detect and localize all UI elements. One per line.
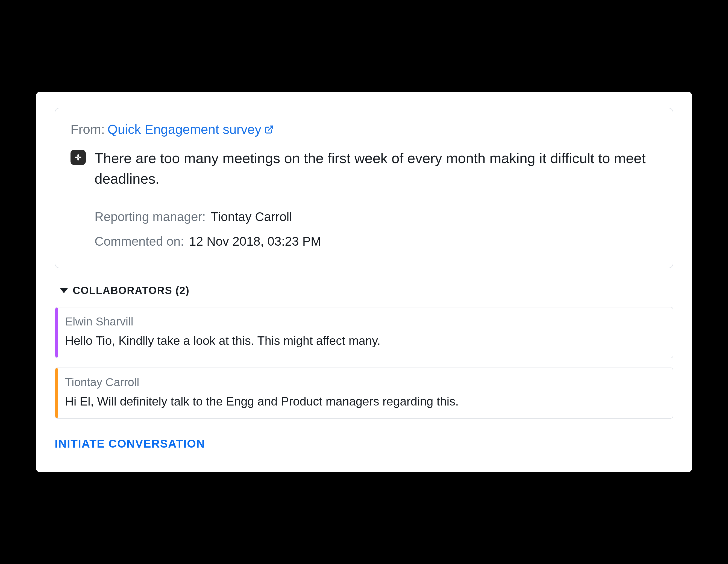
source-link-text: Quick Engagement survey: [107, 121, 261, 138]
svg-rect-2: [78, 157, 81, 158]
svg-rect-1: [75, 157, 78, 158]
reporting-manager-label: Reporting manager:: [95, 210, 206, 224]
svg-rect-4: [77, 158, 79, 160]
comment-text: Hi El, Will definitely talk to the Engg …: [65, 393, 663, 409]
caret-down-icon: [60, 288, 68, 293]
meta-block: Reporting manager: Tiontay Carroll Comme…: [71, 205, 657, 254]
collaborators-list: Elwin Sharvill Hello Tio, Kindlly take a…: [55, 307, 673, 419]
feedback-body-row: There are too many meetings on the first…: [71, 148, 657, 189]
from-row: From: Quick Engagement survey: [71, 121, 657, 138]
collaborators-toggle[interactable]: COLLABORATORS (2): [60, 285, 189, 296]
svg-line-0: [268, 126, 273, 130]
external-link-icon: [265, 125, 274, 134]
collaborator-comment: Elwin Sharvill Hello Tio, Kindlly take a…: [55, 307, 673, 358]
collaborators-title: COLLABORATORS (2): [73, 285, 189, 296]
reporting-manager-row: Reporting manager: Tiontay Carroll: [95, 205, 657, 229]
slack-icon: [71, 150, 86, 165]
reporting-manager-value: Tiontay Carroll: [211, 210, 292, 224]
comment-author: Elwin Sharvill: [65, 315, 663, 328]
feedback-body-text: There are too many meetings on the first…: [95, 148, 657, 189]
comment-text: Hello Tio, Kindlly take a look at this. …: [65, 333, 663, 349]
feedback-card: From: Quick Engagement survey: [36, 92, 692, 472]
comment-author: Tiontay Carroll: [65, 376, 663, 389]
source-link[interactable]: Quick Engagement survey: [107, 121, 274, 138]
svg-rect-3: [77, 154, 79, 157]
initiate-conversation-button[interactable]: INITIATE CONVERSATION: [55, 437, 205, 450]
collaborator-comment: Tiontay Carroll Hi El, Will definitely t…: [55, 368, 673, 419]
from-label: From:: [71, 121, 105, 138]
source-box: From: Quick Engagement survey: [55, 108, 673, 268]
commented-on-row: Commented on: 12 Nov 2018, 03:23 PM: [95, 229, 657, 254]
commented-on-label: Commented on:: [95, 234, 184, 248]
commented-on-value: 12 Nov 2018, 03:23 PM: [189, 234, 321, 248]
